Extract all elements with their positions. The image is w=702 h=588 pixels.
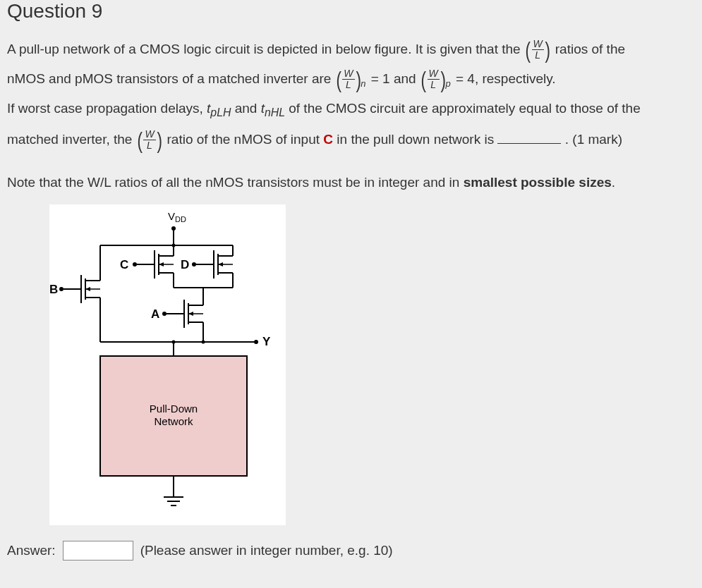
fraction-denominator: L: [344, 80, 353, 90]
transistor-b: B: [49, 275, 100, 303]
label-c: C: [120, 258, 128, 271]
label-b: B: [49, 283, 58, 296]
circuit-figure: VDD C: [49, 204, 286, 525]
svg-point-49: [202, 340, 205, 343]
note-segment: Note that the W/L ratios of all the nMOS…: [7, 175, 464, 190]
wl-ratio: ( W L ): [524, 39, 552, 61]
wl-ratio: ( W L ): [136, 129, 164, 152]
text-segment: A pull-up network of a CMOS logic circui…: [7, 42, 524, 56]
problem-statement: A pull-up network of a CMOS logic circui…: [7, 35, 695, 154]
pdn-label-1: Pull-Down: [150, 403, 198, 415]
circuit-svg: VDD C: [49, 204, 286, 525]
transistor-c: C: [120, 245, 174, 278]
fraction-numerator: W: [143, 129, 155, 140]
answer-input[interactable]: [63, 541, 133, 561]
text-segment: = 1 and: [371, 71, 420, 86]
svg-point-13: [133, 262, 137, 267]
answer-blank: [497, 130, 561, 144]
text-segment: matched inverter, the: [7, 132, 136, 147]
subscript-n: n: [361, 74, 365, 93]
note-bold: smallest possible sizes: [464, 175, 612, 190]
note-text: Note that the W/L ratios of all the nMOS…: [7, 175, 695, 190]
text-segment: in the pull down network is: [337, 132, 497, 147]
vdd-label: VDD: [168, 210, 186, 223]
svg-point-50: [254, 340, 258, 344]
label-y: Y: [262, 335, 271, 348]
fraction-denominator: L: [533, 50, 542, 61]
t-plh-sub: pLH: [210, 106, 231, 118]
text-segment: and: [235, 101, 261, 116]
pdn-label-2: Network: [154, 415, 193, 427]
fraction-denominator: L: [145, 140, 154, 151]
text-segment: If worst case propagation delays,: [7, 101, 207, 116]
input-c-label: C: [323, 132, 333, 147]
wl-ratio-n: ( W L ) n: [335, 68, 368, 91]
subscript-p: p: [445, 74, 450, 93]
question-title: Question 9: [7, 0, 695, 23]
note-end: .: [612, 175, 615, 190]
label-a: A: [151, 307, 159, 321]
fraction-numerator: W: [532, 39, 544, 50]
svg-point-35: [162, 312, 167, 316]
text-segment: nMOS and pMOS transistors of a matched i…: [7, 71, 335, 86]
answer-row: Answer: (Please answer in integer number…: [7, 541, 695, 561]
wl-ratio-p: ( W L ) p: [420, 68, 452, 91]
text-segment: ratios of the: [555, 42, 625, 56]
fraction-numerator: W: [428, 68, 440, 80]
fraction-denominator: L: [429, 80, 437, 90]
t-nhl-sub: nHL: [265, 106, 285, 118]
text-segment: . (1 mark): [565, 132, 622, 147]
label-d: D: [181, 258, 189, 271]
transistor-a: A: [151, 300, 203, 328]
fraction-numerator: W: [342, 68, 354, 80]
text-segment: ratio of the nMOS of input: [167, 132, 324, 147]
svg-point-22: [192, 262, 196, 267]
answer-label: Answer:: [7, 543, 56, 558]
svg-point-45: [59, 287, 63, 291]
text-segment: of the CMOS circuit are approximately eq…: [289, 101, 640, 116]
transistor-d: D: [181, 250, 233, 278]
text-segment: = 4, respectively.: [456, 71, 556, 86]
answer-hint: (Please answer in integer number, e.g. 1…: [140, 543, 393, 558]
